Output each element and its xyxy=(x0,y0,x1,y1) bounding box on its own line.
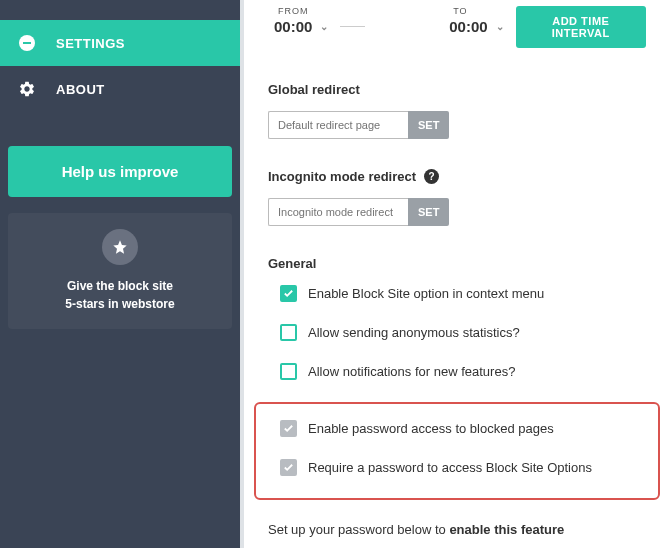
checkbox-icon xyxy=(280,324,297,341)
gear-icon xyxy=(18,80,36,98)
rating-text: Give the block site 5-stars in webstore xyxy=(18,277,222,313)
general-head: General xyxy=(268,256,646,271)
chevron-down-icon: ⌄ xyxy=(320,21,328,32)
help-section: Help us improve xyxy=(0,138,240,205)
chevron-down-icon: ⌄ xyxy=(496,21,504,32)
to-value: 00:00 xyxy=(449,18,487,35)
time-dash xyxy=(340,26,365,27)
svg-rect-1 xyxy=(23,42,31,44)
from-value: 00:00 xyxy=(274,18,312,35)
main-content: FROM 00:00⌄ TO 00:00⌄ ADD TIME INTERVAL … xyxy=(244,0,670,548)
rating-box[interactable]: Give the block site 5-stars in webstore xyxy=(8,213,232,329)
checkbox-password-access[interactable]: Enable password access to blocked pages xyxy=(280,420,646,437)
global-redirect-set-button[interactable]: SET xyxy=(408,111,449,139)
sidebar-item-about[interactable]: ABOUT xyxy=(0,66,240,112)
checkbox-label: Require a password to access Block Site … xyxy=(308,460,592,475)
time-from-block[interactable]: FROM 00:00⌄ xyxy=(268,6,328,35)
add-time-interval-button[interactable]: ADD TIME INTERVAL xyxy=(516,6,646,48)
checkbox-label: Enable Block Site option in context menu xyxy=(308,286,544,301)
checkbox-anonymous-stats[interactable]: Allow sending anonymous statistics? xyxy=(280,324,646,341)
checkbox-require-password[interactable]: Require a password to access Block Site … xyxy=(280,459,646,476)
checkbox-label: Allow notifications for new features? xyxy=(308,364,515,379)
password-options-highlight: Enable password access to blocked pages … xyxy=(254,402,660,500)
sidebar: SETTINGS ABOUT Help us improve Give the … xyxy=(0,0,240,548)
to-label: TO xyxy=(443,6,467,16)
checkbox-label: Enable password access to blocked pages xyxy=(308,421,554,436)
incognito-redirect-set-button[interactable]: SET xyxy=(408,198,449,226)
incognito-redirect-head: Incognito mode redirect ? xyxy=(268,169,646,184)
from-label: FROM xyxy=(268,6,309,16)
checkbox-icon xyxy=(280,459,297,476)
incognito-redirect-input[interactable] xyxy=(268,198,408,226)
checkbox-icon xyxy=(280,285,297,302)
incognito-redirect-field: SET xyxy=(268,198,646,226)
sidebar-item-settings[interactable]: SETTINGS xyxy=(0,20,240,66)
checkbox-label: Allow sending anonymous statistics? xyxy=(308,325,520,340)
password-setup-head: Set up your password below to enable thi… xyxy=(268,522,646,537)
checkbox-icon xyxy=(280,420,297,437)
global-redirect-field: SET xyxy=(268,111,646,139)
sidebar-settings-label: SETTINGS xyxy=(56,36,125,51)
global-redirect-input[interactable] xyxy=(268,111,408,139)
checkbox-context-menu[interactable]: Enable Block Site option in context menu xyxy=(280,285,646,302)
time-to-block[interactable]: TO 00:00⌄ xyxy=(443,6,503,35)
global-redirect-head: Global redirect xyxy=(268,82,646,97)
sidebar-about-label: ABOUT xyxy=(56,82,105,97)
help-icon[interactable]: ? xyxy=(424,169,439,184)
star-icon xyxy=(102,229,138,265)
minus-circle-icon xyxy=(18,34,36,52)
help-improve-button[interactable]: Help us improve xyxy=(8,146,232,197)
checkbox-icon xyxy=(280,363,297,380)
checkbox-notifications[interactable]: Allow notifications for new features? xyxy=(280,363,646,380)
time-interval-row: FROM 00:00⌄ TO 00:00⌄ ADD TIME INTERVAL xyxy=(268,6,646,48)
